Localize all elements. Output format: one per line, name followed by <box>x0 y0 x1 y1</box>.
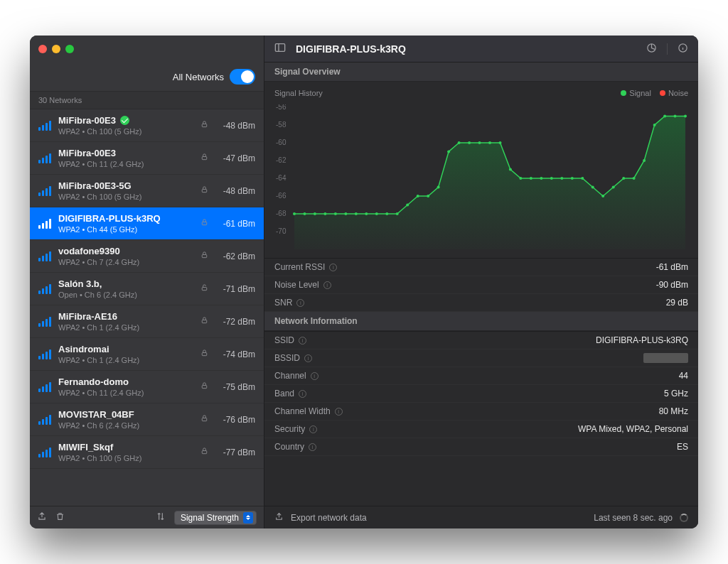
svg-text:-66: -66 <box>276 192 287 200</box>
network-name: DIGIFIBRA-PLUS-k3RQ <box>58 213 193 224</box>
network-row[interactable]: MiFibra-00E3-5GWPA2 • Ch 100 (5 GHz)-48 … <box>30 175 264 207</box>
info-value: ES <box>677 442 688 452</box>
info-circle-icon[interactable]: i <box>299 390 306 398</box>
svg-point-27 <box>427 195 429 197</box>
network-subtitle: Open • Ch 6 (2.4 GHz) <box>58 291 193 299</box>
signal-chart: -56-58-60-62-64-66-68-70 <box>274 104 688 254</box>
network-row[interactable]: MiFibra-00E3WPA2 • Ch 11 (2.4 GHz)-47 dB… <box>30 142 264 175</box>
info-circle-icon[interactable]: i <box>299 337 306 345</box>
network-row[interactable]: Fernando-domoWPA2 • Ch 11 (2.4 GHz)-75 d… <box>30 371 264 403</box>
sort-label: Signal Strength <box>181 513 239 523</box>
svg-point-15 <box>304 212 306 215</box>
network-dbm: -48 dBm <box>215 121 255 131</box>
legend-signal-dot <box>621 90 626 96</box>
info-circle-icon[interactable]: i <box>296 299 304 307</box>
zoom-window-button[interactable] <box>65 45 74 53</box>
svg-text:-60: -60 <box>276 139 287 146</box>
info-circle-icon[interactable]: i <box>323 281 331 289</box>
network-row[interactable]: Salón 3.b,Open • Ch 6 (2.4 GHz)-71 dBm <box>30 273 264 305</box>
network-dbm: -47 dBm <box>215 153 255 163</box>
network-info: SSID iDIGIFIBRA-PLUS-k3RQBSSID i Channel… <box>264 331 698 456</box>
svg-point-32 <box>478 141 481 144</box>
lock-icon <box>200 251 208 261</box>
network-row[interactable]: MOVISTAR_04BFWPA2 • Ch 6 (2.4 GHz)-76 dB… <box>30 403 264 436</box>
network-row[interactable]: AsindromaiWPA2 • Ch 1 (2.4 GHz)-74 dBm <box>30 338 264 371</box>
network-subtitle: WPA2 • Ch 100 (5 GHz) <box>58 454 193 462</box>
network-dbm: -48 dBm <box>215 186 255 196</box>
info-row: BSSID i <box>264 349 698 367</box>
info-label: Current RSSI i <box>274 262 337 272</box>
lock-icon <box>200 414 208 425</box>
svg-point-42 <box>581 177 584 180</box>
spinner-icon <box>680 514 688 522</box>
svg-point-48 <box>643 159 646 162</box>
svg-rect-2 <box>202 190 206 192</box>
lock-icon <box>200 153 208 163</box>
section-network-header: Network Information <box>264 312 698 331</box>
svg-text:-68: -68 <box>276 210 287 217</box>
network-dbm: -77 dBm <box>215 448 255 457</box>
info-value <box>643 353 688 363</box>
network-subtitle: WPA2 • Ch 7 (2.4 GHz) <box>58 258 193 266</box>
share-icon[interactable] <box>37 511 47 524</box>
all-networks-toggle[interactable] <box>230 69 255 85</box>
export-icon[interactable] <box>274 512 284 524</box>
network-name: MiFibra-00E3 <box>58 148 193 158</box>
info-row: Country iES <box>264 438 698 456</box>
svg-point-50 <box>663 115 666 118</box>
network-name: MiFibra-00E3 <box>58 115 193 126</box>
chart-mode-icon[interactable] <box>646 43 657 55</box>
network-subtitle: WPA2 • Ch 6 (2.4 GHz) <box>58 421 193 430</box>
unlock-icon <box>200 283 208 294</box>
network-row[interactable]: DIGIFIBRA-PLUS-k3RQWPA2 • Ch 44 (5 GHz)-… <box>30 207 264 240</box>
lock-icon <box>200 349 208 359</box>
info-label: Channel i <box>274 371 318 381</box>
network-row[interactable]: vodafone9390WPA2 • Ch 7 (2.4 GHz)-62 dBm <box>30 240 264 273</box>
svg-text:-64: -64 <box>276 174 287 182</box>
svg-point-25 <box>406 204 409 207</box>
signal-bars-icon <box>38 382 51 392</box>
main-toolbar: DIGIFIBRA-PLUS-k3RQ <box>264 36 698 63</box>
network-row[interactable]: MiFibra-AE16WPA2 • Ch 1 (2.4 GHz)-72 dBm <box>30 305 264 338</box>
sort-direction-icon[interactable] <box>156 511 166 524</box>
toggle-sidebar-icon[interactable] <box>274 43 286 55</box>
svg-point-24 <box>396 212 399 215</box>
signal-chart-container: Signal History Signal Noise -56-58-60-62… <box>264 82 698 258</box>
main-footer: Export network data Last seen 8 sec. ago <box>264 506 698 528</box>
info-circle-icon[interactable]: i <box>311 372 318 380</box>
signal-bars-icon <box>38 415 51 425</box>
svg-text:-58: -58 <box>276 121 287 129</box>
signal-bars-icon <box>38 251 51 261</box>
info-icon[interactable] <box>678 43 688 55</box>
signal-bars-icon <box>38 186 51 196</box>
info-circle-icon[interactable]: i <box>309 443 316 451</box>
filter-bar: All Networks <box>30 63 264 91</box>
info-value: 29 dB <box>666 298 688 308</box>
export-label[interactable]: Export network data <box>291 513 367 523</box>
minimize-window-button[interactable] <box>52 45 60 53</box>
info-circle-icon[interactable]: i <box>304 354 312 362</box>
svg-point-52 <box>684 115 687 118</box>
svg-point-36 <box>519 177 522 180</box>
info-circle-icon[interactable]: i <box>335 408 343 416</box>
info-circle-icon[interactable]: i <box>329 264 337 271</box>
info-row: SSID iDIGIFIBRA-PLUS-k3RQ <box>264 332 698 349</box>
network-list: MiFibra-00E3WPA2 • Ch 100 (5 GHz)-48 dBm… <box>30 109 264 506</box>
network-name: MiFibra-AE16 <box>58 311 193 322</box>
svg-point-30 <box>458 141 461 144</box>
legend-noise-label: Noise <box>668 89 688 97</box>
close-window-button[interactable] <box>38 45 47 53</box>
select-arrows-icon <box>243 512 253 524</box>
svg-point-28 <box>437 186 440 189</box>
network-subtitle: WPA2 • Ch 11 (2.4 GHz) <box>58 160 193 168</box>
info-circle-icon[interactable]: i <box>309 425 317 433</box>
network-row[interactable]: MiFibra-00E3WPA2 • Ch 100 (5 GHz)-48 dBm <box>30 109 264 142</box>
info-value: -90 dBm <box>656 280 688 290</box>
sort-select[interactable]: Signal Strength <box>174 511 257 525</box>
trash-icon[interactable] <box>55 511 65 524</box>
lock-icon <box>200 316 208 327</box>
network-dbm: -76 dBm <box>215 415 255 425</box>
network-row[interactable]: MIWIFI_SkqfWPA2 • Ch 100 (5 GHz)-77 dBm <box>30 436 264 469</box>
network-dbm: -71 dBm <box>215 284 255 294</box>
lock-icon <box>200 381 208 392</box>
